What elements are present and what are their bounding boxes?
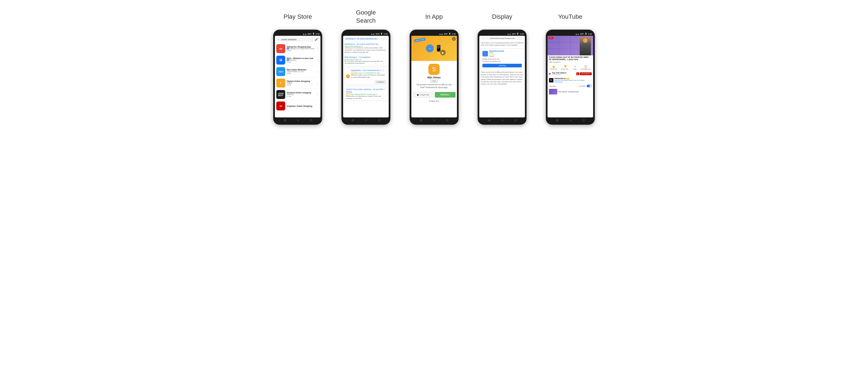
- article-text-2: There are all sorts of different kinds o…: [479, 70, 525, 86]
- back-nav-icon[interactable]: ◁: [420, 119, 422, 122]
- ad-result[interactable]: M Marktplaats - Voor tweedehands e... ⓘ …: [344, 67, 388, 85]
- yt-play-icon: ▶: [577, 73, 578, 75]
- slogan-badge: wel zo slim!: [414, 38, 426, 42]
- channel-row[interactable]: Top Viral Video's 2K abonnees ▶ ABONNERE…: [548, 71, 593, 76]
- home-nav-icon[interactable]: ○: [433, 119, 435, 122]
- install-button[interactable]: ↓ INSTALL: [483, 64, 522, 67]
- save-label: Toevoegen aan: [581, 68, 590, 70]
- recent-nav-icon[interactable]: □: [583, 119, 584, 122]
- url-bar[interactable]: wehkamp.nl - het online warenhuis van...: [344, 37, 388, 40]
- autoplay-toggle[interactable]: Autoplay: [579, 85, 591, 87]
- battery-icon: 🔋: [380, 33, 383, 35]
- next-video-row[interactable]: Dolf Jansen verwelzijt Fleur: [548, 88, 593, 95]
- ad-stars: ★★★★☆: [489, 54, 522, 56]
- more-icon[interactable]: ⋮: [316, 47, 319, 50]
- playstore-column: Play Store ▲▲ WiFi 🔋 4:46 ← online winke…: [266, 8, 330, 125]
- app-name: Gearbest Online shopping: [287, 92, 315, 94]
- time-icon: 4:46: [520, 33, 524, 35]
- ad-channel-info: Volkskrant.nl Ads Lees hier het laatste …: [554, 77, 592, 83]
- app-rating: 4.1 ★: [287, 95, 315, 97]
- inapp-app-section: S Mijn Simyo FREE Wil jij weten hoeveel …: [411, 61, 457, 92]
- display-screen: mypocketdreamapp.blogspot.com These days…: [479, 36, 525, 118]
- save-button[interactable]: 📋 Toevoegen aan: [581, 65, 590, 70]
- next-label: Volgende: [549, 85, 556, 87]
- live-badge: LIVE: [549, 37, 553, 39]
- recent-nav-icon[interactable]: □: [446, 119, 448, 122]
- home-nav-icon[interactable]: ○: [569, 119, 571, 122]
- app-info: Wish - Winkelen is weer leuk AdWish Inc.…: [287, 57, 315, 63]
- share-icon: ↗: [574, 65, 576, 68]
- ad-url: Ads App Store 4.0 ★★★★★ (55.130): [351, 72, 386, 74]
- battery-icon: 🔋: [585, 33, 587, 35]
- install-button[interactable]: INSTALL: [435, 92, 456, 98]
- toggle-switch[interactable]: [587, 85, 592, 87]
- mic-icon[interactable]: 🎤: [315, 38, 318, 41]
- back-icon[interactable]: ←: [277, 38, 280, 41]
- home-nav-icon[interactable]: ○: [502, 119, 503, 122]
- playstore-screen: ← online winkelen 🎤 AE AliExpress Shoppi…: [275, 36, 320, 118]
- signal-icon: ▲▲: [303, 33, 307, 35]
- playstore-phone: ▲▲ WiFi 🔋 4:46 ← online winkelen 🎤 AE: [273, 30, 322, 125]
- close-button[interactable]: ×: [452, 37, 456, 41]
- recent-nav-icon[interactable]: □: [378, 119, 380, 122]
- title-text: FLEUR AGEMA GAAT AF BIJ PAUW EN JINEK - …: [549, 56, 590, 60]
- search-result[interactable]: wehkamp.nl - het online warenhuis van...…: [343, 42, 389, 55]
- app-icon-flipkart: F: [276, 78, 285, 88]
- recent-nav-icon[interactable]: □: [310, 119, 312, 122]
- dislike-button[interactable]: 👎 Vind ik niet...: [561, 65, 569, 70]
- like-button[interactable]: 👍 Vind ik leuk: [550, 65, 557, 70]
- display-ad-box[interactable]: 🦆 Adventure Duck FREE ★★★★☆ (3,457) Padd…: [481, 49, 524, 69]
- list-item[interactable]: AE AliExpress Shopping App AdAlibaba.com…: [275, 43, 320, 55]
- list-item[interactable]: W Wish - Winkelen is weer leuk AdWish In…: [275, 55, 320, 66]
- youtube-column: YouTube ▲▲ WiFi 🔋 4:46: [538, 8, 602, 125]
- app-rating: 4.5 ★: [287, 50, 315, 52]
- back-nav-icon[interactable]: ◁: [351, 119, 354, 122]
- signal-icon: ▲▲: [439, 33, 443, 35]
- google-play-button[interactable]: ▶ Google Play: [413, 92, 434, 98]
- url-bar[interactable]: mypocketdreamapp.blogspot.com: [480, 37, 524, 40]
- gplay-text: Google Play: [420, 94, 429, 96]
- display-phone: ▲▲ WiFi 🔋 4:46 mypocketdreamapp.blogspot…: [477, 30, 527, 125]
- app-rating: 3.5 ★: [287, 72, 315, 74]
- ad-shop-row: M Marktplaats - Voor tweedehands e... ⓘ …: [346, 69, 386, 83]
- back-nav-icon[interactable]: ◁: [488, 119, 490, 122]
- app-rating: 4.5 ★: [287, 61, 315, 63]
- playstore-search-bar[interactable]: ← online winkelen 🎤: [276, 37, 319, 42]
- ad-download-text[interactable]: Downloaden: [554, 81, 592, 83]
- inapp-buttons-row: ▶ Google Play INSTALL: [411, 92, 457, 98]
- next-video-title: Dolf Jansen verwelzijt Fleur: [558, 91, 592, 93]
- grid-cell: [559, 36, 570, 42]
- more-icon[interactable]: ⋮: [316, 70, 319, 73]
- search-text: online winkelen: [281, 38, 314, 41]
- youtube-label: YouTube: [558, 8, 582, 25]
- inapp-screen: × → 📱 ▶ wel zo slim! S: [411, 36, 457, 118]
- back-nav-icon[interactable]: ◁: [284, 119, 286, 122]
- battery-icon: 🔋: [517, 33, 519, 35]
- list-item[interactable]: F Flipkart Online Shopping Flipkart 4.2 …: [275, 77, 320, 89]
- search-result[interactable]: Belle Boutique - Conceptstore www.belle-…: [343, 55, 389, 66]
- more-icon[interactable]: ⋮: [316, 59, 319, 62]
- next-video-info: Dolf Jansen verwelzijt Fleur: [558, 91, 592, 93]
- channel-name: Top Viral Video's: [552, 72, 566, 74]
- display-column: Display ▲▲ WiFi 🔋 4:46 mypocketdreamapp.…: [471, 8, 534, 125]
- list-item[interactable]: mini Mini Online Winkelen LightInTheBox …: [275, 66, 320, 77]
- ia-status-bar: ▲▲ WiFi 🔋 4:46: [411, 32, 457, 36]
- more-icon[interactable]: ⋮: [316, 93, 319, 96]
- app-name: Mini Online Winkelen: [287, 69, 315, 71]
- list-item[interactable]: SD Snapdeal: Online Shopping: [275, 100, 320, 112]
- home-nav-icon[interactable]: ○: [297, 119, 299, 122]
- list-item[interactable]: GEARBEST Gearbest Online shopping Gearbe…: [275, 89, 320, 100]
- home-nav-icon[interactable]: ○: [365, 119, 367, 122]
- video-thumbnail[interactable]: LIVE: [548, 36, 593, 55]
- ad-result-2[interactable]: SisterS Point online webshop - tot wel 6…: [344, 87, 388, 101]
- more-icon[interactable]: ⋮: [316, 82, 319, 85]
- install-button[interactable]: Installeren: [375, 80, 386, 84]
- recent-nav-icon[interactable]: □: [515, 119, 517, 122]
- subscribe-button[interactable]: ABONNEREN: [580, 72, 592, 75]
- ad-channel-row[interactable]: V Volkskrant.nl Ads Lees hier het laatst…: [548, 76, 593, 84]
- back-nav-icon[interactable]: ◁: [556, 119, 558, 122]
- ia-nav-bar: ◁ ○ □: [411, 118, 457, 122]
- share-button[interactable]: ↗ Delen: [573, 65, 577, 70]
- playstore-nav-bar: ◁ ○ □: [275, 118, 320, 122]
- time-icon: 4:46: [384, 33, 388, 35]
